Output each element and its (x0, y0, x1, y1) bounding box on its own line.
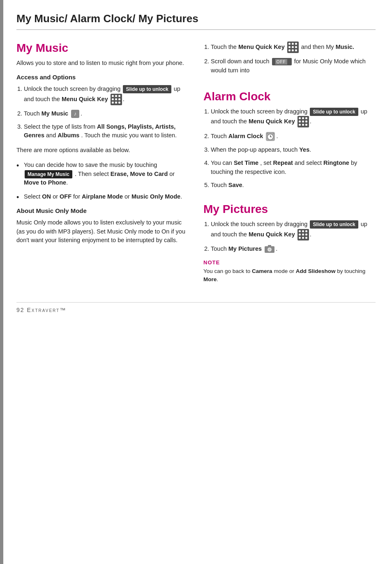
pictures-step2-bold1: My Pictures (228, 245, 262, 252)
bullet1-bold2: Move to Phone (24, 179, 66, 186)
alarm-step1-text-before: Unlock the touch screen by dragging (211, 108, 307, 115)
bullet2-bold3: Airplane Mode (82, 193, 123, 200)
step1-bold1: Menu Quick Key (62, 95, 108, 102)
more-options-text: There are more options available as belo… (16, 146, 189, 155)
pictures-slide-up-badge: Slide up to unlock (310, 220, 358, 229)
alarm-step4-text-mid2: and select (295, 159, 322, 166)
step3-text-after: . Touch the music you want to listen. (81, 132, 177, 139)
my-music-step-1: Unlock the touch screen by dragging Slid… (24, 85, 189, 105)
note-camera-bold: Camera (252, 268, 272, 274)
bullet-item-2: Select ON or OFF for Airplane Mode or Mu… (16, 192, 189, 201)
menu-grid-icon-alarm (297, 116, 309, 127)
alarm-step3-text-before: When the pop-up appears, touch (211, 146, 297, 153)
footer-text: 92 Extravert™ (16, 307, 66, 313)
alarm-step4-text-before: You can (211, 159, 232, 166)
right-step1-bold2: Music. (336, 44, 354, 50)
bullet2-or: or (53, 193, 58, 200)
menu-grid-icon-pictures (297, 229, 309, 240)
svg-rect-11 (268, 245, 271, 247)
about-text: Music Only mode allows you to listen exc… (16, 218, 189, 245)
alarm-step-1: Unlock the touch screen by dragging Slid… (211, 107, 376, 128)
pictures-step-1: Unlock the touch screen by dragging Slid… (211, 220, 376, 240)
pictures-step-2: Touch My Pictures . (211, 245, 376, 254)
pictures-step1-bold1: Menu Quick Key (249, 231, 295, 238)
alarm-clock-steps: Unlock the touch screen by dragging Slid… (203, 107, 376, 190)
alarm-slide-up-badge: Slide up to unlock (310, 108, 358, 116)
note-section: NOTE You can go back to Camera mode or A… (203, 259, 376, 284)
about-heading: About Music Only Mode (16, 207, 189, 214)
section-divider-2 (203, 195, 376, 203)
slide-up-badge: Slide up to unlock (123, 85, 171, 93)
svg-point-10 (268, 248, 271, 251)
bullet2-bold1: ON (42, 193, 51, 200)
page: My Music/ Alarm Clock/ My Pictures My Mu… (0, 0, 392, 564)
note-add-bold: Add Slideshow (296, 268, 336, 274)
two-col-layout: My Music Allows you to store and to list… (16, 42, 376, 290)
alarm-step-5: Touch Save. (211, 181, 376, 190)
step3-text-mid: and (46, 132, 56, 139)
col-right: Touch the Menu Quick Key and then My Mus… (203, 42, 376, 290)
note-text: You can go back to Camera mode or Add Sl… (203, 267, 376, 284)
bullet1-bold: Erase, Move to Card (111, 171, 168, 177)
menu-grid-icon-1 (111, 94, 122, 105)
menu-grid-icon-r1 (287, 42, 299, 53)
section-divider-1 (203, 83, 376, 90)
alarm-step-2: Touch Alarm Clock . (211, 132, 376, 141)
bullet1-text-before: You can decide how to save the music by … (24, 162, 157, 168)
my-pictures-steps: Unlock the touch screen by dragging Slid… (203, 220, 376, 254)
bullet2-text-before: Select (24, 193, 40, 200)
alarm-step4-bold1: Set Time (234, 159, 258, 166)
bullet2-bold2: OFF (60, 193, 71, 200)
alarm-step4-bold2: Repeat (273, 159, 293, 166)
note-heading: NOTE (203, 259, 376, 266)
alarm-step3-bold1: Yes (299, 146, 309, 153)
right-step1-text-before: Touch the (211, 44, 237, 50)
my-music-step-2: Touch My Music ♪ . (24, 109, 189, 118)
bullet-item-1: You can decide how to save the music by … (16, 161, 189, 187)
bullet1-text-after: . Then select (75, 171, 109, 177)
alarm-step-4: You can Set Time , set Repeat and select… (211, 159, 376, 177)
right-step2-text-before: Scroll down and touch (211, 58, 270, 65)
my-music-right-steps: Touch the Menu Quick Key and then My Mus… (203, 42, 376, 75)
alarm-clock-icon (265, 132, 275, 141)
alarm-step4-bold3: Ringtone (323, 159, 349, 166)
pictures-step1-text-before: Unlock the touch screen by dragging (211, 221, 307, 227)
col-left: My Music Allows you to store and to list… (16, 42, 189, 290)
right-step-1: Touch the Menu Quick Key and then My Mus… (211, 42, 376, 53)
step3-text-before: Select the type of lists from (24, 123, 95, 130)
step3-bold2: Albums (58, 132, 79, 139)
my-music-bullets: You can decide how to save the music by … (16, 161, 189, 201)
access-options-heading: Access and Options (16, 74, 189, 81)
left-border (0, 0, 3, 564)
step2-text-before: Touch (24, 110, 40, 117)
manage-my-music-badge: Manage My Music (25, 170, 72, 178)
bullet2-bold4: Music Only Mode (131, 193, 180, 200)
my-music-title: My Music (16, 42, 189, 55)
right-step-2: Scroll down and touch OFF for Music Only… (211, 57, 376, 75)
alarm-step2-text-before: Touch (211, 133, 227, 139)
alarm-step2-bold1: Alarm Clock (228, 133, 263, 139)
alarm-step-3: When the pop-up appears, touch Yes. (211, 146, 376, 155)
alarm-step4-text-mid: , set (260, 159, 271, 166)
camera-icon (264, 245, 275, 254)
alarm-clock-title: Alarm Clock (203, 90, 376, 103)
note-more-bold: More (203, 276, 217, 282)
my-music-steps: Unlock the touch screen by dragging Slid… (16, 85, 189, 140)
my-music-step-3: Select the type of lists from All Songs,… (24, 123, 189, 141)
bullet2-text: for (73, 193, 80, 200)
my-pictures-title: My Pictures (203, 203, 376, 216)
alarm-step1-bold1: Menu Quick Key (249, 118, 295, 125)
alarm-step5-bold1: Save (228, 182, 242, 188)
pictures-step2-text-before: Touch (211, 245, 227, 252)
bullet2-or2: or (125, 193, 131, 200)
step2-bold1: My Music (42, 110, 68, 117)
music-icon: ♪ (71, 109, 80, 118)
right-step1-bold1: Menu Quick Key (238, 44, 285, 50)
alarm-step5-text-before: Touch (211, 182, 227, 188)
footer: 92 Extravert™ (16, 302, 376, 313)
page-title: My Music/ Alarm Clock/ My Pictures (16, 12, 376, 30)
svg-text:♪: ♪ (74, 111, 77, 117)
my-music-intro: Allows you to store and to listen to mus… (16, 59, 189, 68)
off-badge: OFF (272, 58, 292, 66)
right-step1-mid: and then My (301, 44, 334, 50)
